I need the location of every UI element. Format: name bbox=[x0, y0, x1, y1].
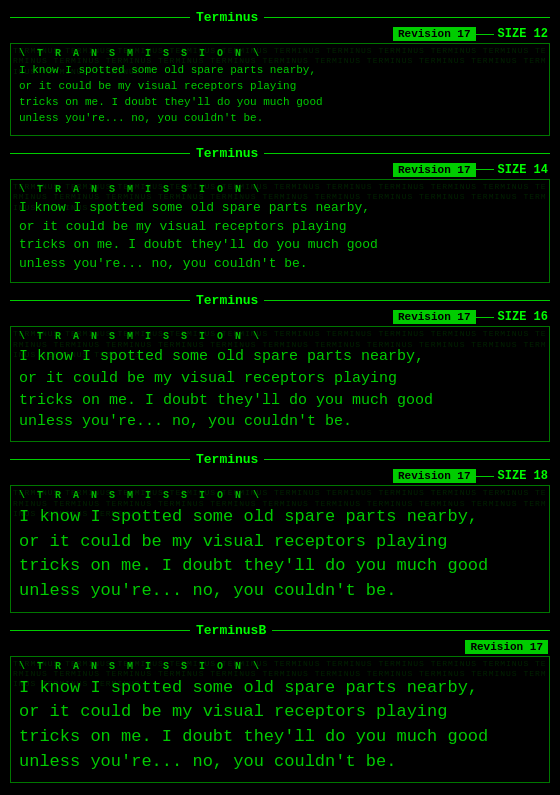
font-section-s1: TerminusRevision 17SIZE 12TERMINUS TERMI… bbox=[10, 10, 550, 136]
revision-badge-s4: Revision 17 bbox=[393, 469, 476, 483]
font-section-s4: TerminusRevision 17SIZE 18TERMINUS TERMI… bbox=[10, 452, 550, 613]
terminus-row-s5: TerminusB bbox=[10, 623, 550, 638]
terminus-right-line bbox=[264, 17, 550, 18]
sample-text-s2: I know I spotted some old spare parts ne… bbox=[19, 199, 541, 274]
transmission-header-s3: \ T R A N S M I S S I O N \ bbox=[19, 331, 541, 342]
sample-text-s3: I know I spotted some old spare parts ne… bbox=[19, 346, 541, 433]
revision-badge-s2: Revision 17 bbox=[393, 163, 476, 177]
size-label-s1: SIZE 12 bbox=[498, 27, 548, 41]
transmission-header-s4: \ T R A N S M I S S I O N \ bbox=[19, 490, 541, 501]
transmission-header-s2: \ T R A N S M I S S I O N \ bbox=[19, 184, 541, 195]
revision-row-s3: Revision 17SIZE 16 bbox=[10, 310, 550, 324]
terminus-label-s2: Terminus bbox=[190, 146, 264, 161]
transmission-header-s5: \ T R A N S M I S S I O N \ bbox=[19, 661, 541, 672]
revision-row-s1: Revision 17SIZE 12 bbox=[10, 27, 550, 41]
rev-hline bbox=[476, 476, 494, 477]
size-label-s3: SIZE 16 bbox=[498, 310, 548, 324]
terminus-row-s3: Terminus bbox=[10, 293, 550, 308]
sample-text-s5: I know I spotted some old spare parts ne… bbox=[19, 676, 541, 775]
rev-hline bbox=[476, 34, 494, 35]
terminus-right-line bbox=[264, 459, 550, 460]
font-card-s4: TERMINUS TERMINUS TERMINUS TERMINUS TERM… bbox=[10, 485, 550, 613]
terminus-label-s3: Terminus bbox=[190, 293, 264, 308]
revision-row-s4: Revision 17SIZE 18 bbox=[10, 469, 550, 483]
terminus-left-line bbox=[10, 17, 190, 18]
font-card-s5: TERMINUS TERMINUS TERMINUS TERMINUS TERM… bbox=[10, 656, 550, 784]
terminus-left-line bbox=[10, 630, 190, 631]
revision-row-s2: Revision 17SIZE 14 bbox=[10, 163, 550, 177]
font-section-s3: TerminusRevision 17SIZE 16TERMINUS TERMI… bbox=[10, 293, 550, 442]
transmission-header-s1: \ T R A N S M I S S I O N \ bbox=[19, 48, 541, 59]
terminus-right-line bbox=[264, 300, 550, 301]
terminus-right-line bbox=[264, 153, 550, 154]
font-section-s5: TerminusBRevision 17TERMINUS TERMINUS TE… bbox=[10, 623, 550, 784]
rev-hline bbox=[476, 169, 494, 170]
font-card-s2: TERMINUS TERMINUS TERMINUS TERMINUS TERM… bbox=[10, 179, 550, 283]
terminus-left-line bbox=[10, 300, 190, 301]
font-card-s3: TERMINUS TERMINUS TERMINUS TERMINUS TERM… bbox=[10, 326, 550, 442]
terminus-row-s2: Terminus bbox=[10, 146, 550, 161]
terminus-label-s4: Terminus bbox=[190, 452, 264, 467]
app-container: TerminusRevision 17SIZE 12TERMINUS TERMI… bbox=[10, 10, 550, 795]
terminus-right-line bbox=[272, 630, 550, 631]
terminus-left-line bbox=[10, 459, 190, 460]
revision-row-s5: Revision 17 bbox=[10, 640, 550, 654]
terminus-label-s5: TerminusB bbox=[190, 623, 272, 638]
terminus-row-s4: Terminus bbox=[10, 452, 550, 467]
revision-badge-s5: Revision 17 bbox=[465, 640, 548, 654]
font-card-s1: TERMINUS TERMINUS TERMINUS TERMINUS TERM… bbox=[10, 43, 550, 136]
revision-badge-s3: Revision 17 bbox=[393, 310, 476, 324]
sample-text-s4: I know I spotted some old spare parts ne… bbox=[19, 505, 541, 604]
sample-text-s1: I know I spotted some old spare parts ne… bbox=[19, 63, 541, 127]
terminus-row-s1: Terminus bbox=[10, 10, 550, 25]
revision-badge-s1: Revision 17 bbox=[393, 27, 476, 41]
rev-hline bbox=[476, 317, 494, 318]
size-label-s4: SIZE 18 bbox=[498, 469, 548, 483]
terminus-label-s1: Terminus bbox=[190, 10, 264, 25]
font-section-s2: TerminusRevision 17SIZE 14TERMINUS TERMI… bbox=[10, 146, 550, 283]
size-label-s2: SIZE 14 bbox=[498, 163, 548, 177]
terminus-left-line bbox=[10, 153, 190, 154]
